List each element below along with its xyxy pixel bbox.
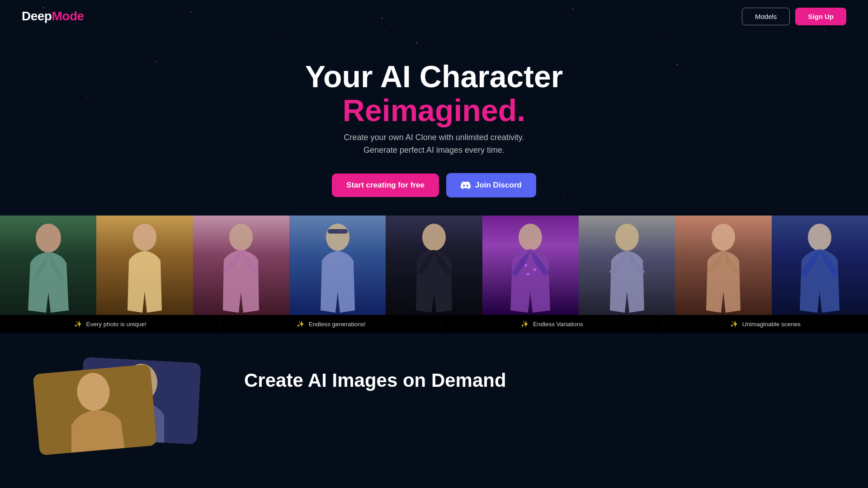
hero-title: Your AI Character Reimagined. bbox=[9, 60, 859, 127]
svg-point-0 bbox=[36, 224, 61, 253]
figure-3 bbox=[209, 220, 273, 315]
svg-point-6 bbox=[519, 224, 542, 251]
figure-1 bbox=[17, 220, 80, 315]
hero-section: Your AI Character Reimagined. Create you… bbox=[0, 33, 868, 216]
bottom-card-1 bbox=[33, 364, 157, 455]
bottom-figure-1 bbox=[33, 364, 157, 455]
gallery-image-5 bbox=[386, 216, 482, 315]
gallery-labels-row: ✨ Every photo is unique! ✨ Endless gener… bbox=[0, 315, 868, 333]
svg-point-7 bbox=[524, 264, 527, 267]
bottom-section: Create AI Images on Demand bbox=[0, 333, 868, 450]
svg-rect-4 bbox=[328, 229, 348, 234]
svg-point-1 bbox=[133, 224, 156, 251]
sparkle-icon-1: ✨ bbox=[74, 320, 82, 328]
discord-icon bbox=[461, 180, 471, 190]
figure-5 bbox=[402, 220, 466, 315]
gallery-label-3: ✨ Endless Variations bbox=[442, 315, 663, 333]
sparkle-icon-3: ✨ bbox=[521, 320, 528, 328]
figure-2 bbox=[113, 220, 176, 315]
gallery-image-2 bbox=[96, 216, 193, 315]
figure-9 bbox=[788, 220, 851, 315]
gallery-image-1 bbox=[0, 216, 96, 315]
gallery-image-3 bbox=[193, 216, 289, 315]
logo-mode: Mode bbox=[52, 9, 84, 23]
hero-buttons: Start creating for free Join Discord bbox=[9, 173, 859, 197]
models-button[interactable]: Models bbox=[742, 8, 790, 25]
figure-4 bbox=[306, 220, 369, 315]
gallery-wrapper bbox=[0, 216, 868, 315]
figure-7 bbox=[595, 220, 659, 315]
bottom-images bbox=[36, 360, 208, 450]
svg-point-10 bbox=[615, 224, 639, 251]
svg-point-11 bbox=[712, 224, 735, 251]
gallery-image-9 bbox=[772, 216, 868, 315]
svg-point-5 bbox=[422, 224, 446, 251]
sparkle-icon-2: ✨ bbox=[297, 320, 304, 328]
logo-deep: Deep bbox=[22, 9, 52, 23]
hero-subtitle: Create your own AI Clone with unlimited … bbox=[9, 131, 859, 157]
gallery-label-4: ✨ Unimaginable scenes bbox=[663, 315, 868, 333]
bottom-title: Create AI Images on Demand bbox=[244, 369, 506, 392]
nav-actions: Models Sign Up bbox=[742, 8, 846, 25]
gallery-image-8 bbox=[675, 216, 771, 315]
figure-8 bbox=[692, 220, 755, 315]
gallery-image-4 bbox=[289, 216, 386, 315]
svg-point-9 bbox=[527, 273, 529, 276]
start-creating-button[interactable]: Start creating for free bbox=[332, 174, 439, 197]
logo: DeepMode bbox=[22, 9, 84, 23]
navbar: DeepMode Models Sign Up bbox=[0, 0, 868, 33]
gallery-image-6 bbox=[482, 216, 579, 315]
figure-6 bbox=[499, 220, 562, 315]
join-discord-button[interactable]: Join Discord bbox=[446, 173, 536, 197]
gallery-image-7 bbox=[579, 216, 675, 315]
svg-point-2 bbox=[229, 224, 253, 251]
signup-button[interactable]: Sign Up bbox=[795, 8, 846, 25]
svg-point-3 bbox=[326, 224, 349, 251]
svg-point-8 bbox=[533, 268, 536, 271]
bottom-text: Create AI Images on Demand bbox=[244, 360, 506, 392]
sparkle-icon-4: ✨ bbox=[730, 320, 738, 328]
gallery-label-2: ✨ Endless generations! bbox=[221, 315, 442, 333]
svg-point-12 bbox=[808, 224, 831, 251]
gallery-label-1: ✨ Every photo is unique! bbox=[0, 315, 221, 333]
